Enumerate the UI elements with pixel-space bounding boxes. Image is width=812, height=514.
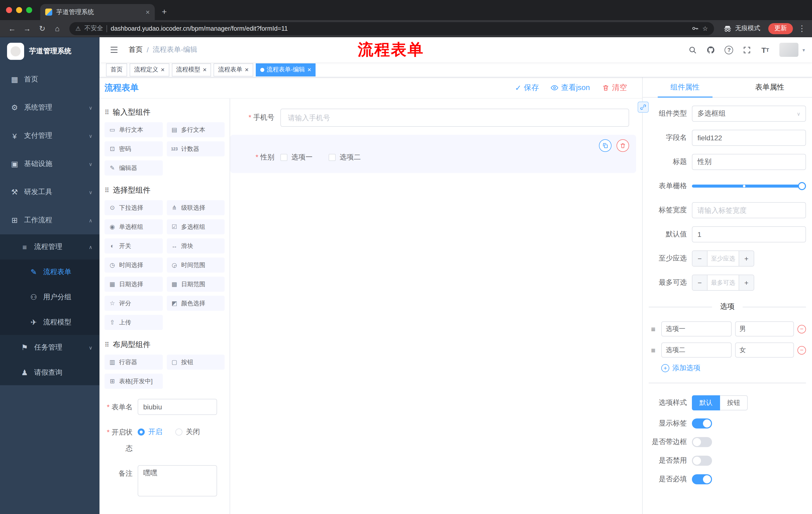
max-select-stepper[interactable]: − 最多可选 + (692, 275, 754, 291)
sidebar-item-system[interactable]: ⚙ 系统管理 ∨ (0, 93, 99, 122)
close-icon[interactable]: × (245, 66, 249, 73)
tag-process-definition[interactable]: 流程定义 × (129, 63, 169, 76)
sidebar-item-devtools[interactable]: ⚒ 研发工具 ∨ (0, 178, 99, 206)
search-icon[interactable] (685, 41, 701, 58)
increase-button[interactable]: + (738, 275, 754, 290)
close-icon[interactable]: × (161, 66, 165, 73)
browser-tab[interactable]: 芋道管理系统 × (40, 4, 155, 20)
component-item-rate[interactable]: ☆评分 (105, 296, 163, 311)
sidebar-item-workflow[interactable]: ⊞ 工作流程 ∧ (0, 206, 99, 234)
status-on-radio[interactable]: 开启 (138, 428, 162, 437)
required-switch[interactable] (692, 474, 712, 484)
window-close-button[interactable] (6, 7, 12, 13)
tag-home[interactable]: 首页 (106, 63, 127, 76)
component-item-button[interactable]: ▢按钮 (167, 355, 225, 370)
copy-component-button[interactable] (599, 139, 611, 152)
add-option-button[interactable]: + 添加选项 (661, 363, 806, 373)
bookmark-star-icon[interactable]: ☆ (702, 25, 708, 32)
tab-close-icon[interactable]: × (146, 8, 150, 16)
tag-process-model[interactable]: 流程模型 × (172, 63, 211, 76)
increase-button[interactable]: + (738, 251, 754, 266)
disabled-switch[interactable] (692, 456, 712, 466)
component-item-time-picker[interactable]: ◷时间选择 (105, 258, 163, 273)
forward-icon[interactable]: → (20, 22, 34, 35)
decrease-button[interactable]: − (692, 251, 707, 266)
sidebar-item-home[interactable]: ▦ 首页 (0, 65, 99, 93)
decrease-button[interactable]: − (692, 275, 707, 290)
phone-field[interactable]: 手机号 (230, 109, 629, 127)
sidebar-item-process-management[interactable]: ≡ 流程管理 ∧ (0, 234, 99, 260)
sidebar-item-infrastructure[interactable]: ▣ 基础设施 ∨ (0, 150, 99, 178)
form-name-input[interactable] (138, 399, 217, 415)
title-input[interactable] (692, 154, 806, 170)
link-icon[interactable] (638, 102, 649, 113)
remove-option-button[interactable]: − (798, 346, 806, 354)
window-zoom-button[interactable] (26, 7, 32, 13)
phone-input[interactable] (280, 109, 629, 127)
home-icon-browser[interactable]: ⌂ (50, 22, 64, 35)
component-item-switch[interactable]: ◐开关 (105, 238, 163, 253)
sidebar-item-process-form[interactable]: ✎ 流程表单 (0, 260, 99, 285)
close-icon[interactable]: × (308, 66, 311, 73)
component-item-cascader[interactable]: ⋔级联选择 (167, 200, 225, 215)
min-select-stepper[interactable]: − 至少应选 + (692, 250, 754, 267)
remark-textarea[interactable]: 嘿嘿 (138, 465, 217, 496)
field-name-input[interactable] (692, 130, 806, 146)
option-style-button[interactable]: 按钮 (720, 395, 748, 410)
label-width-input[interactable] (692, 202, 806, 218)
slider-handle[interactable] (798, 182, 806, 190)
sidebar-item-task-management[interactable]: ⚑ 任务管理 ∨ (0, 335, 99, 360)
hamburger-icon[interactable] (107, 45, 122, 54)
component-item-date-picker[interactable]: ▦日期选择 (105, 277, 163, 292)
fullscreen-icon[interactable] (739, 41, 755, 58)
tab-component-props[interactable]: 组件属性 (643, 77, 727, 97)
status-off-radio[interactable]: 关闭 (175, 428, 200, 437)
show-label-switch[interactable] (692, 418, 712, 429)
option-drag-icon[interactable]: ≡ (649, 346, 658, 354)
component-type-select[interactable]: 多选框组 ∨ (692, 106, 806, 122)
component-item-upload[interactable]: ⇧上传 (105, 315, 163, 330)
component-item-checkbox-group[interactable]: ☑多选框组 (167, 219, 225, 234)
option-drag-icon[interactable]: ≡ (649, 325, 658, 333)
update-button[interactable]: 更新 (768, 23, 793, 34)
component-item-single-text[interactable]: ▭单行文本 (105, 122, 163, 137)
option-value-input[interactable] (735, 343, 794, 358)
font-size-icon[interactable]: TT (757, 41, 773, 58)
option-label-input[interactable] (661, 343, 731, 358)
address-bar[interactable]: ⚠ 不安全 dashboard.yudao.iocoder.cn/bpm/man… (69, 22, 714, 35)
border-switch[interactable] (692, 437, 712, 447)
breadcrumb-home[interactable]: 首页 (128, 45, 143, 54)
sidebar-item-process-model[interactable]: ✈ 流程模型 (0, 310, 99, 335)
tag-process-form[interactable]: 流程表单 × (213, 63, 253, 76)
component-item-slider[interactable]: ↔滑块 (167, 238, 225, 253)
close-icon[interactable]: × (203, 66, 206, 73)
component-item-editor[interactable]: ✎编辑器 (105, 160, 163, 175)
reload-icon[interactable]: ↻ (35, 22, 49, 35)
sidebar-item-payment[interactable]: ¥ 支付管理 ∨ (0, 122, 99, 150)
sidebar-item-leave-query[interactable]: ♟ 请假查询 (0, 360, 99, 385)
tag-process-form-edit[interactable]: 流程表单-编辑 × (256, 63, 316, 76)
clear-button[interactable]: 清空 (602, 83, 627, 92)
component-item-password[interactable]: ⊡密码 (105, 141, 163, 156)
component-item-table[interactable]: ⊞表格[开发中] (105, 374, 163, 389)
new-tab-button[interactable]: + (162, 7, 167, 17)
component-item-date-range[interactable]: ▩日期范围 (167, 277, 225, 292)
sidebar-item-user-group[interactable]: ⚇ 用户分组 (0, 285, 99, 310)
default-value-input[interactable] (692, 226, 806, 242)
browser-menu-icon[interactable]: ⋮ (797, 24, 807, 33)
tab-form-props[interactable]: 表单属性 (727, 77, 812, 97)
option-value-input[interactable] (735, 321, 794, 336)
back-icon[interactable]: ← (5, 22, 19, 35)
component-item-counter[interactable]: 123计数器 (167, 141, 225, 156)
option-label-input[interactable] (661, 321, 731, 336)
option-style-default[interactable]: 默认 (692, 395, 720, 410)
gender-option1-checkbox[interactable]: 选项一 (280, 153, 313, 162)
user-avatar[interactable] (779, 43, 799, 57)
delete-component-button[interactable] (616, 139, 629, 152)
key-icon[interactable] (691, 25, 699, 32)
save-button[interactable]: ✓ 保存 (515, 83, 539, 92)
gender-option2-checkbox[interactable]: 选项二 (329, 153, 361, 162)
grid-slider[interactable] (692, 178, 806, 194)
component-item-multi-text[interactable]: ▤多行文本 (167, 122, 225, 137)
view-json-button[interactable]: 查看json (551, 83, 590, 92)
